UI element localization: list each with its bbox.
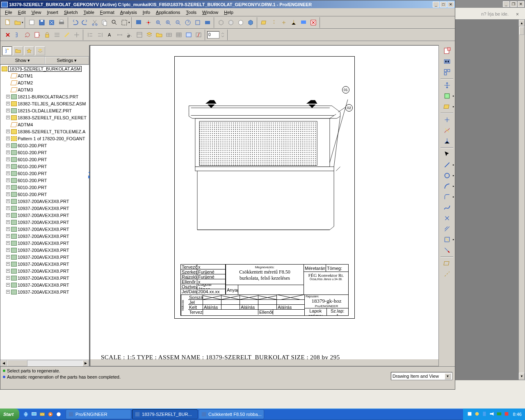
outer-close-button[interactable]: ✕	[518, 1, 524, 7]
tree-item[interactable]: +18215-OLDALLEMEZ.PRT	[0, 107, 89, 114]
expand-icon[interactable]: +	[6, 234, 10, 238]
new-file-icon[interactable]	[3, 18, 12, 27]
table-icon[interactable]	[174, 30, 183, 39]
tree-item[interactable]: +6010-200.PRT	[0, 163, 89, 170]
tree-item[interactable]: ADTM3	[0, 86, 89, 93]
datum-csys-icon[interactable]	[289, 18, 298, 27]
menu-tools[interactable]: Tools	[183, 9, 199, 16]
table-move-icon[interactable]	[164, 30, 173, 39]
balloon-01[interactable]: 01	[342, 86, 349, 94]
refit-icon[interactable]	[183, 18, 192, 27]
tree-item[interactable]: +6010-200.PRT	[0, 149, 89, 156]
toggle-grid-icon[interactable]	[72, 30, 81, 39]
tree-item[interactable]: +10937-200AVEX3X8.PRT	[0, 205, 89, 212]
expand-icon[interactable]: +	[6, 151, 10, 154]
tree-item[interactable]: +18382-TELJES_ALSORESZ.ASM	[0, 100, 89, 107]
model-tree[interactable]: 18379-SZERELT_BURKOLAT.ASM ADTM1ADTM2ADT…	[0, 65, 89, 360]
minimize-button[interactable]: _	[433, 2, 439, 7]
tree-item[interactable]: +6010-200.PRT	[0, 156, 89, 163]
snap-lines-icon[interactable]	[52, 30, 62, 39]
tree-item[interactable]: +10937-200AVEX3X8.PRT	[0, 274, 89, 281]
tree-item[interactable]: +10937-200AVEX3X8.PRT	[0, 233, 89, 240]
update-table-icon[interactable]	[194, 30, 203, 39]
align-left-icon[interactable]	[86, 30, 95, 39]
save-copy-icon[interactable]	[47, 18, 56, 27]
fillet-tool-icon[interactable]	[442, 192, 452, 202]
tray-icon[interactable]	[496, 411, 503, 418]
maximize-button[interactable]: □	[440, 2, 447, 7]
tree-item[interactable]: +18386-SZERELT_TETOLEMEZ.A	[0, 128, 89, 135]
zoom-fit-icon[interactable]	[154, 18, 163, 27]
cut-icon[interactable]	[90, 18, 99, 27]
balloon-02[interactable]: 02	[345, 104, 353, 112]
orient-icon[interactable]	[193, 18, 202, 27]
expand-icon[interactable]: +	[6, 206, 10, 210]
search-close-icon[interactable]: ×	[516, 11, 519, 17]
general-view-icon[interactable]	[442, 57, 452, 66]
outer-vertical-scrollbar[interactable]: ▲ ▼	[518, 19, 525, 380]
expand-icon[interactable]: +	[6, 171, 10, 175]
ie-icon[interactable]	[22, 410, 30, 418]
expand-icon[interactable]: +	[6, 283, 10, 287]
expand-icon[interactable]: +	[6, 269, 10, 273]
tray-icon[interactable]	[482, 411, 488, 418]
expand-icon[interactable]: +	[6, 262, 10, 266]
model-tree-icon[interactable]	[13, 30, 22, 39]
sidebar-tab-favorites[interactable]	[24, 46, 34, 55]
tolerance-icon[interactable]: ⌀	[125, 30, 134, 39]
scroll-up-icon[interactable]: ▲	[519, 20, 525, 26]
tree-item[interactable]: ADTM2	[0, 79, 89, 86]
repeat-region-icon[interactable]	[184, 30, 193, 39]
expand-icon[interactable]: +	[6, 109, 10, 112]
tree-item[interactable]: +10937-200AVEX3X8.PRT	[0, 226, 89, 233]
tray-icon[interactable]	[474, 411, 481, 418]
sheet-setup-icon[interactable]	[442, 46, 452, 56]
wireframe-icon[interactable]	[217, 18, 226, 27]
sketch-mode-icon[interactable]	[442, 91, 452, 101]
zoom-out-icon[interactable]	[173, 18, 183, 27]
circle-tool-icon[interactable]	[442, 171, 452, 180]
sidebar-tab-folder[interactable]	[13, 46, 23, 55]
edge-use-icon[interactable]	[442, 235, 452, 244]
menu-table[interactable]: Table	[81, 9, 97, 16]
decimal-places-input[interactable]	[207, 31, 219, 39]
select-icon[interactable]	[120, 18, 129, 27]
tree-item[interactable]: +10937-200AVEX3X8.PRT	[0, 240, 89, 247]
settings-button[interactable]: Settings ▾	[45, 57, 89, 64]
expand-icon[interactable]: +	[6, 213, 10, 217]
find-icon[interactable]	[110, 18, 119, 27]
tray-icon[interactable]	[489, 411, 495, 418]
tree-item[interactable]: +10937-200AVEX3X8.PRT	[0, 267, 89, 274]
tree-item[interactable]: ADTM1	[0, 72, 89, 79]
point-icon[interactable]	[442, 115, 452, 125]
expand-icon[interactable]: +	[6, 158, 10, 161]
taskbar-task[interactable]: 18379-SZERELT_BUR...	[132, 409, 198, 419]
tree-root[interactable]: 18379-SZERELT_BURKOLAT.ASM	[0, 65, 89, 72]
menu-edit[interactable]: Edit	[15, 9, 29, 16]
undo-icon[interactable]	[71, 18, 80, 27]
expand-icon[interactable]: +	[6, 192, 10, 196]
arrow-tool-icon[interactable]	[442, 149, 452, 159]
expand-icon[interactable]: +	[6, 241, 10, 245]
datum-point-icon[interactable]	[279, 18, 288, 27]
highlight-icon[interactable]	[62, 30, 71, 39]
print-icon[interactable]	[57, 18, 66, 27]
trim-tool-icon[interactable]	[442, 245, 452, 255]
tray-icon[interactable]	[467, 411, 473, 418]
tree-item[interactable]: +18211-BURKOLATRACS.PRT	[0, 93, 89, 100]
no-hidden-icon[interactable]	[236, 18, 245, 27]
delete-icon[interactable]	[3, 30, 12, 39]
tree-item[interactable]: +6010-200.PRT	[0, 170, 89, 177]
annotation-icon[interactable]	[299, 18, 308, 27]
taskbar-task[interactable]: Csökkentett F8.50 robba...	[199, 409, 264, 419]
working-dir-icon[interactable]	[27, 18, 37, 27]
redo-icon[interactable]	[80, 18, 89, 27]
copy-icon[interactable]	[100, 18, 109, 27]
lock-view-icon[interactable]	[43, 30, 52, 39]
scroll-right-icon[interactable]: ▶	[82, 360, 89, 366]
system-tray[interactable]: 8:46	[463, 409, 525, 420]
tree-item[interactable]: +10937-200AVEX3X8.PRT	[0, 212, 89, 219]
sidebar-tab-model-tree[interactable]	[2, 46, 12, 55]
centerline-icon[interactable]	[442, 269, 452, 279]
tree-item[interactable]: +6010-200.PRT	[0, 191, 89, 198]
